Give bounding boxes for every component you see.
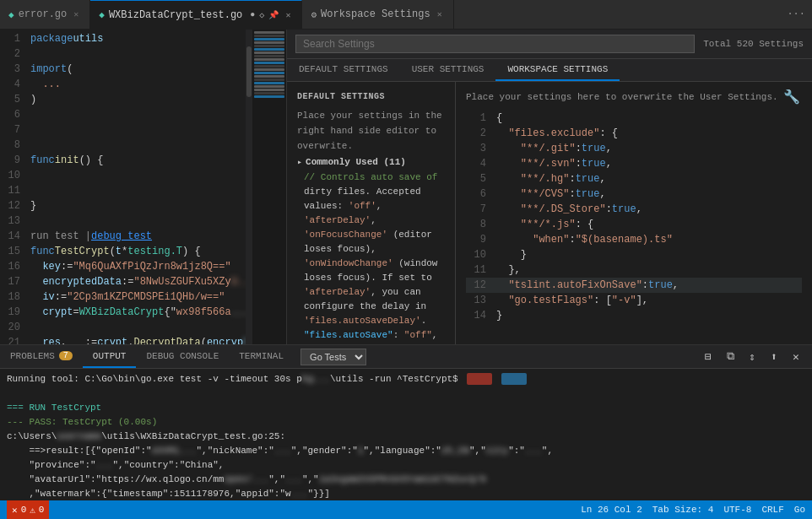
debug-console-label: DEBUG CONSOLE: [146, 351, 219, 361]
settings-body: DEFAULT SETTINGS Place your settings in …: [287, 82, 812, 344]
code-line-20: [27, 320, 246, 335]
json-editor[interactable]: 1 { 2 "files.exclude": { 3 "**/.git": tr…: [466, 111, 802, 323]
code-line-19: crypt = WXBizDataCrypt{"wx98f566a...: [27, 305, 246, 320]
code-line-10: [27, 168, 246, 183]
main-content: 12345 678910 1112131415 1617181920 21222…: [0, 30, 812, 344]
output-line-5: c:\Users\username\utils\WXBizDataCrypt_t…: [7, 430, 805, 444]
default-settings-note: Place your settings in the right hand si…: [287, 108, 455, 154]
panel-output-content: Running tool: C:\Go\bin\go.exe test -v -…: [0, 369, 812, 500]
output-line-2: [7, 387, 805, 401]
tab-icon-pin: 📌: [268, 10, 279, 20]
json-line-4: 4 "**/.svn": true,: [466, 156, 802, 171]
go-file-icon: ◆: [8, 9, 14, 20]
output-line-3: === RUN TestCrypt: [7, 401, 805, 415]
panel-tabs: PROBLEMS 7 OUTPUT DEBUG CONSOLE TERMINAL…: [0, 345, 812, 369]
tab-error-go[interactable]: ◆ error.go ✕: [0, 0, 90, 29]
encoding[interactable]: UTF-8: [723, 505, 751, 515]
settings-search-input[interactable]: [295, 35, 695, 53]
status-errors[interactable]: ✕ 0 ⚠ 0: [7, 500, 49, 519]
error-icon: ✕: [12, 505, 18, 516]
panel-clear-button[interactable]: ⊟: [699, 348, 717, 366]
code-line-17: encryptedData := "8NwUsZGUFXu5XZyU...: [27, 274, 246, 289]
code-line-4: ...: [27, 77, 246, 92]
code-line-1: package utils: [27, 31, 246, 46]
workspace-settings-icon: 🔧: [783, 89, 800, 105]
tab-label: Workspace Settings: [321, 8, 430, 20]
output-line-7: "province":"...","country":"China",: [7, 458, 805, 473]
language-mode[interactable]: Go: [794, 505, 805, 515]
run-config-select[interactable]: Go Tests Go: Run: [300, 349, 366, 365]
json-line-7: 7 "**/.DS_Store": true,: [466, 202, 802, 217]
tab-close-icon[interactable]: ✕: [435, 8, 445, 20]
code-line-9: func init() {: [27, 153, 246, 168]
tab-output[interactable]: OUTPUT: [83, 345, 137, 368]
settings-panel: Total 520 Settings DEFAULT SETTINGS USER…: [287, 30, 812, 344]
commonly-used-category[interactable]: ▸ Commonly Used (11): [287, 154, 455, 170]
output-line-4: --- PASS: TestCrypt (0.00s): [7, 415, 805, 430]
code-minimap: [252, 30, 286, 344]
tab-size[interactable]: Tab Size: 4: [652, 505, 714, 515]
json-line-13: 13 "go.testFlags": ["-v"],: [466, 293, 802, 308]
panel-scroll-lock-button[interactable]: ⇕: [743, 348, 761, 366]
tab-icon-git: ◇: [259, 10, 264, 20]
cursor-position[interactable]: Ln 26 Col 2: [581, 505, 642, 515]
code-line-13: [27, 214, 246, 229]
default-settings-column: DEFAULT SETTINGS Place your settings in …: [287, 82, 456, 344]
tab-more-button[interactable]: ···: [780, 8, 812, 20]
code-line-21: res, _ := crypt.DecryptData(encrypt...: [27, 335, 246, 344]
line-numbers: 12345 678910 1112131415 1617181920 21222…: [0, 30, 27, 344]
settings-icon: ⚙: [311, 9, 317, 20]
output-line-6: ==>result:[{"openId":"oVVMi...","nickNam…: [7, 444, 805, 458]
json-line-2: 2 "files.exclude": {: [466, 126, 802, 141]
json-line-1: 1 {: [466, 111, 802, 126]
json-line-10: 10 }: [466, 247, 802, 262]
json-line-3: 3 "**/.git": true,: [466, 141, 802, 156]
code-line-14: run test | debug test: [27, 229, 246, 244]
code-content[interactable]: package utils import ( ... ) func init()…: [27, 30, 246, 344]
warning-icon: ⚠: [30, 505, 35, 516]
go-test-file-icon: ◆: [99, 9, 105, 20]
code-line-6: [27, 107, 246, 122]
code-line-16: key := "Mq6QuAXfPiQzJrn8w1jz8Q==": [27, 259, 246, 274]
output-label: OUTPUT: [93, 351, 127, 361]
tab-workspace-settings-pane[interactable]: WORKSPACE SETTINGS: [495, 59, 620, 81]
json-line-9: 9 "when": "$(basename).ts": [466, 232, 802, 247]
tab-label: WXBizDataCrypt_test.go: [109, 9, 242, 21]
code-scrollbar[interactable]: [246, 30, 252, 344]
panel-close-button[interactable]: ✕: [787, 348, 805, 366]
code-editor-panel: 12345 678910 1112131415 1617181920 21222…: [0, 30, 287, 344]
tab-debug-console[interactable]: DEBUG CONSOLE: [136, 345, 229, 368]
panel-copy-button[interactable]: ⧉: [721, 348, 739, 366]
tab-modified-dot: ●: [250, 10, 255, 19]
settings-total-label: Total 520 Settings: [703, 39, 804, 49]
status-bar: ✕ 0 ⚠ 0 Ln 26 Col 2 Tab Size: 4 UTF-8 CR…: [0, 500, 812, 519]
code-line-8: [27, 138, 246, 153]
run-config-area: Go Tests Go: Run: [294, 349, 373, 365]
tab-user-settings[interactable]: USER SETTINGS: [400, 59, 496, 81]
problems-badge: 7: [59, 351, 73, 360]
json-line-12: 12 "tslint.autoFixOnSave": true,: [466, 278, 802, 293]
debug-test-link[interactable]: debug test: [91, 229, 152, 244]
workspace-json-editor[interactable]: Place your settings here to overwrite th…: [456, 82, 812, 344]
code-line-2: [27, 46, 246, 62]
code-area: 12345 678910 1112131415 1617181920 21222…: [0, 30, 286, 344]
tab-label: error.go: [19, 8, 68, 20]
tab-bar: ◆ error.go ✕ ◆ WXBizDataCrypt_test.go ● …: [0, 0, 812, 30]
tab-wxbiz-test[interactable]: ◆ WXBizDataCrypt_test.go ● ◇ 📌 ✕: [90, 0, 302, 29]
tab-workspace-settings[interactable]: ⚙ Workspace Settings ✕: [302, 0, 453, 29]
problems-label: PROBLEMS: [10, 351, 55, 361]
line-ending[interactable]: CRLF: [761, 505, 783, 515]
tab-close-icon[interactable]: ✕: [283, 9, 293, 21]
json-line-5: 5 "**/.hg": true,: [466, 171, 802, 187]
workspace-settings-note: Place your settings here to overwrite th…: [466, 89, 802, 105]
tab-problems[interactable]: PROBLEMS 7: [0, 345, 83, 368]
code-line-12: }: [27, 198, 246, 214]
tab-close-icon[interactable]: ✕: [71, 8, 81, 20]
tab-terminal[interactable]: TERMINAL: [229, 345, 294, 368]
status-right: Ln 26 Col 2 Tab Size: 4 UTF-8 CRLF Go: [581, 505, 805, 515]
panel-bottom: PROBLEMS 7 OUTPUT DEBUG CONSOLE TERMINAL…: [0, 344, 812, 500]
code-line-18: iv := "2Cp3m1KZPCMDSPEi1QHb/w==": [27, 289, 246, 305]
panel-maximize-button[interactable]: ⬆: [765, 348, 783, 366]
terminal-label: TERMINAL: [239, 351, 284, 361]
tab-default-settings[interactable]: DEFAULT SETTINGS: [287, 59, 400, 81]
